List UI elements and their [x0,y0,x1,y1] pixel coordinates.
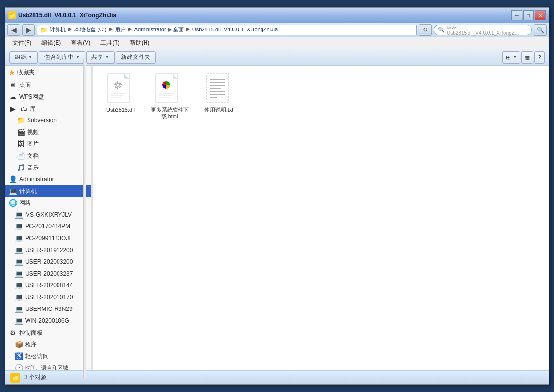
close-button[interactable]: ✕ [535,10,546,20]
sidebar-network-8[interactable]: 💻 USER-202010170 [5,291,91,303]
sidebar-item-computer[interactable]: 💻 计算机 [5,185,91,197]
network-item-9: USERMIC-R9N29 [25,306,73,312]
sidebar-item-time[interactable]: 🕐 时间、语言和区域 [5,362,91,370]
menu-view[interactable]: 查看(V) [66,38,95,48]
new-folder-button[interactable]: 新建文件夹 [116,51,156,64]
svg-point-4 [117,84,119,86]
sidebar-network-7[interactable]: 💻 USER-202008144 [5,280,91,291]
network-item-5: USER-202003200 [25,258,73,265]
sidebar-item-controlpanel[interactable]: ⚙ 控制面板 [5,327,91,338]
svg-rect-22 [207,74,229,102]
library-button[interactable]: 包含到库中 ▼ [39,51,85,64]
sidebar-item-subversion[interactable]: 📁 Subversion [5,114,91,126]
view-options-button[interactable]: ⊞ ▼ [502,51,520,64]
accessibility-label: 轻松访问 [25,352,49,361]
minimize-button[interactable]: ─ [511,10,522,20]
search-placeholder: 搜索 Usb2815.dll_V4.0.0.1_XiTongZ... [447,24,527,36]
videos-label: 视频 [27,128,39,137]
sidebar-item-network[interactable]: 🌐 网络 [5,197,91,209]
music-label: 音乐 [27,164,39,172]
refresh-button[interactable]: ↻ [419,24,432,36]
sidebar-network-6[interactable]: 💻 USER-202003237 [5,268,91,280]
maximize-button[interactable]: □ [523,10,534,20]
sidebar-item-videos[interactable]: 🎬 视频 [5,126,91,138]
sidebar-network-1[interactable]: 💻 MS-GXKIXRYJLV [5,209,91,221]
organize-arrow: ▼ [29,55,32,59]
computer-small-icon-2: 💻 [14,222,23,231]
share-button[interactable]: 共享 ▼ [86,51,115,64]
address-path[interactable]: 📁 计算机 ▶ 本地磁盘 (C:) ▶ 用户 ▶ Administrator ▶… [37,25,417,35]
main-area: ★ 收藏夹 🖥 桌面 ☁ WPS网盘 ▶ 🗂 库 📁 Subve [5,66,549,370]
images-icon: 🖼 [16,140,25,148]
sidebar-network-3[interactable]: 💻 PC-20991113OJI [5,232,91,244]
title-controls: ─ □ ✕ [511,10,546,20]
computer-small-icon-9: 💻 [14,305,23,313]
admin-icon: 👤 [8,175,17,184]
folder-icon: 📁 [8,11,16,19]
sidebar-item-documents[interactable]: 📄 文档 [5,150,91,162]
computer-small-icon-10: 💻 [14,316,23,325]
html-file-icon [154,73,185,104]
network-item-3: PC-20991113OJI [25,235,71,242]
admin-label: Administrator [19,176,54,183]
computer-small-icon-5: 💻 [14,257,23,266]
computer-small-icon-3: 💻 [14,234,23,243]
network-item-7: USER-202008144 [25,282,73,289]
help-button[interactable]: ? [534,51,545,64]
sidebar-item-images[interactable]: 🖼 图片 [5,138,91,150]
view-grid-icon: ⊞ [506,54,511,61]
sidebar-item-wps[interactable]: ☁ WPS网盘 [5,91,91,103]
organize-label: 组织 [15,53,27,61]
search-button[interactable]: 🔍 [534,24,547,36]
computer-small-icon-6: 💻 [14,269,23,278]
file-item-html[interactable]: 更多系统软件下载.html [147,71,192,122]
sidebar-network-5[interactable]: 💻 USER-202003200 [5,256,91,268]
menu-edit[interactable]: 编辑(E) [36,38,66,48]
file-item-txt[interactable]: 使用说明.txt [197,71,241,122]
sidebar-item-admin[interactable]: 👤 Administrator [5,173,91,185]
back-button[interactable]: ◀ [7,24,20,36]
search-box[interactable]: 🔍 搜索 Usb2815.dll_V4.0.0.1_XiTongZ... [434,25,532,35]
wps-label: WPS网盘 [19,93,44,101]
menu-tools[interactable]: 工具(T) [95,38,124,48]
sidebar-network-9[interactable]: 💻 USERMIC-R9N29 [5,303,91,315]
organize-button[interactable]: 组织 ▼ [9,51,38,64]
svg-rect-6 [117,87,118,89]
file-item-dll[interactable]: Usb2815.dll [98,71,143,122]
forward-button[interactable]: ▶ [22,24,35,36]
dll-icon-svg [107,73,134,104]
favorites-header[interactable]: ★ 收藏夹 [5,66,91,79]
network-item-6: USER-202003237 [25,270,73,277]
html-file-name: 更多系统软件下载.html [149,106,190,120]
file-area: Usb2815.dll [93,66,549,370]
dll-file-icon [105,73,136,104]
new-folder-label: 新建文件夹 [121,53,150,61]
explorer-window: 📁 Usb2815.dll_V4.0.0.1_XiTongZhiJia ─ □ … [5,7,549,385]
sidebar-item-music[interactable]: 🎵 音乐 [5,162,91,173]
menu-bar: 文件(F) 编辑(E) 查看(V) 工具(T) 帮助(H) [5,37,549,49]
dll-file-name: Usb2815.dll [106,106,135,113]
preview-pane-button[interactable]: ▦ [521,51,533,64]
library-expand-icon: ▶ [8,104,17,113]
sidebar-network-2[interactable]: 💻 PC-20170414PM [5,221,91,232]
preview-icon: ▦ [525,54,530,61]
status-folder-icon: 📁 [10,373,20,383]
favorites-label: 收藏夹 [17,68,35,77]
controlpanel-icon: ⚙ [8,328,17,337]
library-label: 包含到库中 [44,53,74,61]
sidebar-item-desktop[interactable]: 🖥 桌面 [5,79,91,91]
html-icon-svg [155,73,184,104]
sidebar-item-accessibility[interactable]: ♿ 轻松访问 [5,350,91,362]
videos-icon: 🎬 [16,128,25,137]
menu-file[interactable]: 文件(F) [7,38,36,48]
menu-help[interactable]: 帮助(H) [125,38,155,48]
status-bar: 📁 3 个对象 [5,370,549,384]
sidebar-network-10[interactable]: 💻 WIN-20200106G [5,315,91,327]
network-item-1: MS-GXKIXRYJLV [25,211,72,218]
sidebar: ★ 收藏夹 🖥 桌面 ☁ WPS网盘 ▶ 🗂 库 📁 Subve [5,66,91,370]
path-folder-icon: 📁 [40,27,48,33]
sidebar-network-4[interactable]: 💻 USER-201912200 [5,244,91,256]
network-label: 网络 [19,199,31,207]
sidebar-item-library[interactable]: ▶ 🗂 库 [5,103,91,114]
sidebar-item-programs[interactable]: 📦 程序 [5,338,91,350]
